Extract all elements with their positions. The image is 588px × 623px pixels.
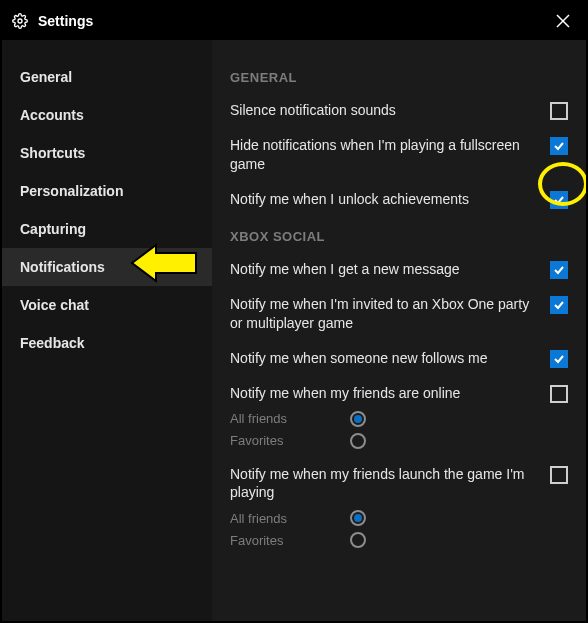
setting-row: Notify me when my friends launch the gam…	[230, 465, 568, 503]
section-heading-general: GENERAL	[230, 70, 568, 85]
sidebar-item-label: Capturing	[20, 221, 86, 237]
radio-label: All friends	[230, 411, 310, 426]
radio-label: Favorites	[230, 433, 310, 448]
sidebar-item-label: Personalization	[20, 183, 123, 199]
checkbox-hide-fullscreen[interactable]	[550, 137, 568, 155]
checkbox-silence-sounds[interactable]	[550, 102, 568, 120]
sidebar-item-accounts[interactable]: Accounts	[2, 96, 212, 134]
sidebar-item-label: General	[20, 69, 72, 85]
radio-favorites-online[interactable]	[350, 433, 366, 449]
sidebar-item-notifications[interactable]: Notifications	[2, 248, 212, 286]
setting-row: Notify me when someone new follows me	[230, 349, 568, 368]
content-pane: GENERAL Silence notification sounds Hide…	[212, 40, 586, 621]
close-icon[interactable]	[550, 8, 576, 34]
setting-label: Silence notification sounds	[230, 101, 550, 120]
sidebar-item-label: Feedback	[20, 335, 85, 351]
radio-row: Favorites	[230, 433, 568, 449]
window-title: Settings	[38, 13, 550, 29]
radio-row: Favorites	[230, 532, 568, 548]
radio-favorites-launch[interactable]	[350, 532, 366, 548]
sidebar-item-capturing[interactable]: Capturing	[2, 210, 212, 248]
setting-row: Notify me when I unlock achievements	[230, 190, 568, 209]
sidebar-item-label: Notifications	[20, 259, 105, 275]
radio-all-friends-launch[interactable]	[350, 510, 366, 526]
radio-all-friends-online[interactable]	[350, 411, 366, 427]
sidebar-item-label: Voice chat	[20, 297, 89, 313]
checkbox-new-follower[interactable]	[550, 350, 568, 368]
setting-label: Notify me when my friends launch the gam…	[230, 465, 550, 503]
setting-label: Notify me when I get a new message	[230, 260, 550, 279]
checkbox-friends-launch-game[interactable]	[550, 466, 568, 484]
sidebar-item-general[interactable]: General	[2, 58, 212, 96]
svg-point-0	[18, 19, 22, 23]
sidebar: General Accounts Shortcuts Personalizati…	[2, 40, 212, 621]
setting-row: Hide notifications when I'm playing a fu…	[230, 136, 568, 174]
sidebar-item-voice-chat[interactable]: Voice chat	[2, 286, 212, 324]
checkbox-achievements[interactable]	[550, 191, 568, 209]
setting-label: Notify me when my friends are online	[230, 384, 550, 403]
setting-label: Notify me when I'm invited to an Xbox On…	[230, 295, 550, 333]
radio-label: All friends	[230, 511, 310, 526]
checkbox-new-message[interactable]	[550, 261, 568, 279]
sidebar-item-label: Accounts	[20, 107, 84, 123]
radio-label: Favorites	[230, 533, 310, 548]
gear-icon	[12, 13, 28, 29]
setting-row: Notify me when my friends are online	[230, 384, 568, 403]
setting-row: Notify me when I'm invited to an Xbox On…	[230, 295, 568, 333]
radio-row: All friends	[230, 510, 568, 526]
titlebar: Settings	[2, 2, 586, 40]
sidebar-item-shortcuts[interactable]: Shortcuts	[2, 134, 212, 172]
sidebar-item-feedback[interactable]: Feedback	[2, 324, 212, 362]
checkbox-party-invite[interactable]	[550, 296, 568, 314]
setting-label: Hide notifications when I'm playing a fu…	[230, 136, 550, 174]
setting-row: Notify me when I get a new message	[230, 260, 568, 279]
radio-row: All friends	[230, 411, 568, 427]
sidebar-item-label: Shortcuts	[20, 145, 85, 161]
sidebar-item-personalization[interactable]: Personalization	[2, 172, 212, 210]
section-heading-xbox-social: XBOX SOCIAL	[230, 229, 568, 244]
setting-label: Notify me when I unlock achievements	[230, 190, 550, 209]
setting-row: Silence notification sounds	[230, 101, 568, 120]
setting-label: Notify me when someone new follows me	[230, 349, 550, 368]
checkbox-friends-online[interactable]	[550, 385, 568, 403]
